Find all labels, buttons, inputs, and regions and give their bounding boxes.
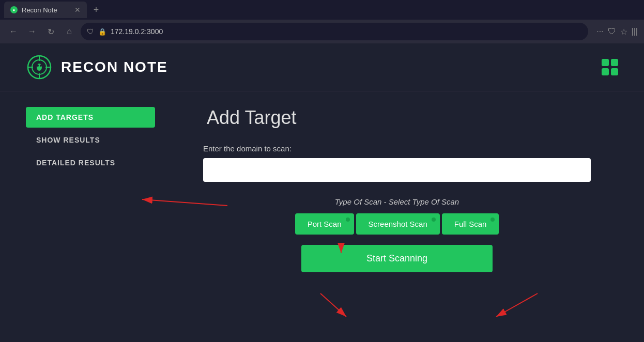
scan-type-label: Type Of Scan - Select Type Of Scan xyxy=(203,197,591,206)
start-scanning-button[interactable]: Start Scanning xyxy=(301,245,493,272)
app-header: RECON NOTE xyxy=(0,43,644,91)
forward-button[interactable]: → xyxy=(25,24,39,39)
address-bar[interactable]: 🛡 🔒 172.19.0.2:3000 xyxy=(81,23,588,40)
tab-title: Recon Note xyxy=(22,6,70,14)
logo-icon xyxy=(26,54,53,81)
sidebar-detailed-results[interactable]: DETAILED RESULTS xyxy=(26,152,155,173)
library-icon: ||| xyxy=(632,27,638,37)
sidebar: ADD TARGETS SHOW RESULTS DETAILED RESULT… xyxy=(26,107,155,327)
nav-bar: ← → ↻ ⌂ 🛡 🔒 172.19.0.2:3000 ··· 🛡 ☆ ||| xyxy=(0,20,644,43)
main-content: ADD TARGETS SHOW RESULTS DETAILED RESULT… xyxy=(0,91,644,342)
security-icon: 🔒 xyxy=(98,28,106,36)
sidebar-show-results[interactable]: SHOW RESULTS xyxy=(26,130,155,150)
full-scan-button[interactable]: Full Scan xyxy=(442,213,499,235)
logo-area: RECON NOTE xyxy=(26,54,168,81)
app-container: RECON NOTE ADD TARGETS SHOW RESULTS DETA… xyxy=(0,43,644,342)
app-wrapper: RECON NOTE ADD TARGETS SHOW RESULTS DETA… xyxy=(0,43,644,342)
active-tab[interactable]: ● Recon Note ✕ xyxy=(4,2,87,18)
nav-icon-group: ··· 🛡 ☆ ||| xyxy=(596,27,638,37)
screenshot-scan-button[interactable]: Screenshot Scan xyxy=(356,213,440,235)
scan-type-buttons: Port Scan Screenshot Scan Full Scan xyxy=(203,213,591,235)
star-icon[interactable]: ☆ xyxy=(620,27,627,37)
domain-input[interactable] xyxy=(203,158,591,182)
sidebar-add-targets[interactable]: ADD TARGETS xyxy=(26,107,155,128)
shield-nav-icon: 🛡 xyxy=(608,27,616,37)
content-area: Add Target Enter the domain to scan: Typ… xyxy=(176,107,618,327)
address-url: 172.19.0.2:3000 xyxy=(111,27,582,36)
tab-close-button[interactable]: ✕ xyxy=(74,6,81,13)
svg-point-7 xyxy=(37,65,39,67)
svg-point-8 xyxy=(40,65,42,67)
tab-bar: ● Recon Note ✕ + xyxy=(0,0,644,20)
new-tab-button[interactable]: + xyxy=(89,3,103,17)
menu-icon[interactable]: ··· xyxy=(596,27,603,37)
tab-favicon: ● xyxy=(10,6,18,13)
port-scan-button[interactable]: Port Scan xyxy=(295,213,354,235)
shield-icon: 🛡 xyxy=(87,27,94,36)
domain-label: Enter the domain to scan: xyxy=(203,144,591,153)
app-title: RECON NOTE xyxy=(61,59,168,75)
page-title: Add Target xyxy=(207,107,296,129)
home-button[interactable]: ⌂ xyxy=(62,24,76,39)
grid-icon[interactable] xyxy=(602,59,618,75)
add-target-form: Enter the domain to scan: Type Of Scan -… xyxy=(203,144,591,272)
back-button[interactable]: ← xyxy=(6,24,21,39)
refresh-button[interactable]: ↻ xyxy=(43,24,58,39)
browser-chrome: ● Recon Note ✕ + ← → ↻ ⌂ 🛡 🔒 172.19.0.2:… xyxy=(0,0,644,43)
